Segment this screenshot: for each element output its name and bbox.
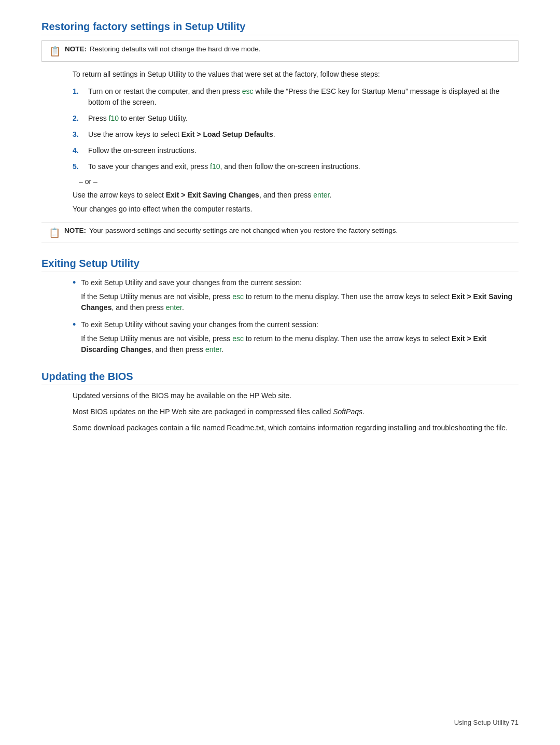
step-text-5: To save your changes and exit, press f10…: [88, 161, 360, 172]
update-para-3: Some download packages contain a file na…: [73, 423, 519, 433]
note-text-1: NOTE:Restoring defaults will not change …: [65, 45, 260, 53]
step-num-2: 2.: [73, 113, 82, 124]
note-icon-2: 📋: [49, 227, 60, 238]
f10-link-2[interactable]: f10: [210, 162, 220, 171]
note-icon-1: 📋: [49, 46, 61, 57]
intro-text: To return all settings in Setup Utility …: [73, 69, 519, 80]
f10-link-1[interactable]: f10: [109, 114, 119, 122]
step-num-5: 5.: [73, 161, 82, 172]
note-text-2: NOTE:Your password settings and security…: [64, 227, 398, 234]
bullet-main-2: To exit Setup Utility without saving you…: [81, 320, 318, 329]
changes-text: Your changes go into effect when the com…: [73, 204, 519, 215]
update-para-1: Updated versions of the BIOS may be avai…: [73, 390, 519, 401]
step-5: 5. To save your changes and exit, press …: [73, 161, 519, 172]
update-para-2: Most BIOS updates on the HP Web site are…: [73, 406, 519, 417]
note-label-2: NOTE:: [64, 227, 86, 234]
updating-heading: Updating the BIOS: [41, 371, 519, 385]
note-content-2: Your password settings and security sett…: [89, 227, 398, 234]
restoring-heading: Restoring factory settings in Setup Util…: [41, 21, 519, 35]
bullet-list: • To exit Setup Utility and save your ch…: [73, 277, 519, 355]
esc-link-3[interactable]: esc: [232, 334, 244, 343]
step-text-2: Press f10 to enter Setup Utility.: [88, 113, 188, 124]
note-label-1: NOTE:: [65, 45, 87, 53]
bullet-main-1: To exit Setup Utility and save your chan…: [81, 278, 302, 287]
bullet-sub-2: If the Setup Utility menus are not visib…: [81, 333, 519, 355]
page-footer: Using Setup Utility 71: [454, 719, 519, 726]
step-text-4: Follow the on-screen instructions.: [88, 145, 197, 156]
bullet-item-2: • To exit Setup Utility without saving y…: [73, 319, 519, 355]
enter-link-3[interactable]: enter: [205, 345, 221, 354]
note-box-1: 📋 NOTE:Restoring defaults will not chang…: [41, 40, 519, 62]
step-text-1: Turn on or restart the computer, and the…: [88, 86, 519, 108]
bullet-content-1: To exit Setup Utility and save your chan…: [81, 277, 519, 313]
bullet-content-2: To exit Setup Utility without saving you…: [81, 319, 519, 355]
step-3: 3. Use the arrow keys to select Exit > L…: [73, 129, 519, 140]
bullet-dot-1: •: [73, 277, 76, 289]
step-2: 2. Press f10 to enter Setup Utility.: [73, 113, 519, 124]
esc-link-2[interactable]: esc: [232, 292, 244, 301]
step-num-1: 1.: [73, 86, 82, 97]
updating-section: Updating the BIOS Updated versions of th…: [41, 371, 519, 433]
step-num-4: 4.: [73, 145, 82, 156]
note-box-2: 📋 NOTE:Your password settings and securi…: [41, 222, 519, 243]
bullet-dot-2: •: [73, 319, 76, 331]
enter-link-2[interactable]: enter: [166, 303, 182, 312]
step-1: 1. Turn on or restart the computer, and …: [73, 86, 519, 108]
arrow-keys-text: Use the arrow keys to select Exit > Exit…: [73, 190, 519, 201]
ordered-list: 1. Turn on or restart the computer, and …: [73, 86, 519, 172]
step-text-3: Use the arrow keys to select Exit > Load…: [88, 129, 275, 140]
restoring-section: Restoring factory settings in Setup Util…: [41, 21, 519, 243]
exiting-section: Exiting Setup Utility • To exit Setup Ut…: [41, 258, 519, 355]
exiting-heading: Exiting Setup Utility: [41, 258, 519, 272]
esc-link-1[interactable]: esc: [242, 87, 254, 95]
step-num-3: 3.: [73, 129, 82, 140]
bullet-item-1: • To exit Setup Utility and save your ch…: [73, 277, 519, 313]
bullet-sub-1: If the Setup Utility menus are not visib…: [81, 291, 519, 313]
step-4: 4. Follow the on-screen instructions.: [73, 145, 519, 156]
softpaqs-italic: SoftPaqs: [333, 407, 362, 416]
or-line: – or –: [79, 177, 519, 186]
note-content-1: Restoring defaults will not change the h…: [90, 45, 260, 53]
enter-link-1[interactable]: enter: [313, 191, 329, 199]
